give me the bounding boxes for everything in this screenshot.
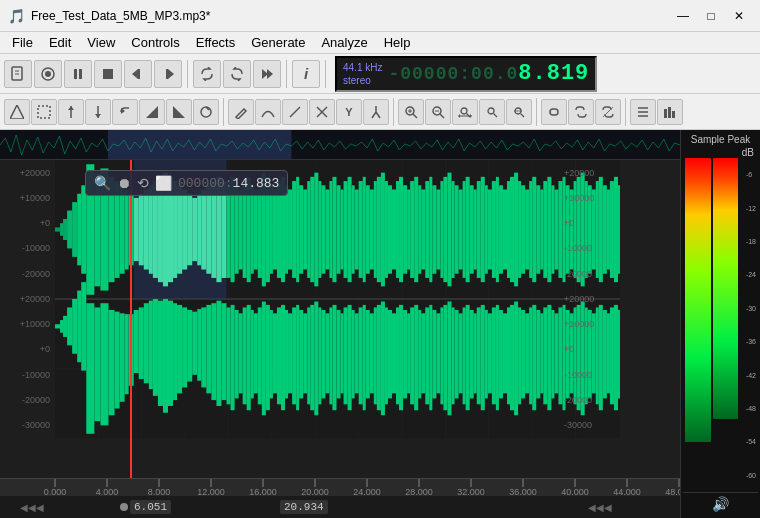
line-btn[interactable] — [282, 99, 308, 125]
svg-rect-267 — [307, 307, 310, 404]
svg-rect-302 — [436, 313, 440, 393]
svg-rect-211 — [618, 185, 620, 273]
volume-icon[interactable]: 🔊 — [712, 496, 729, 512]
forward-button[interactable] — [154, 60, 182, 88]
menu-item-controls[interactable]: Controls — [123, 33, 187, 52]
svg-rect-334 — [554, 313, 558, 393]
scroll-right-indicator: ◀◀◀ — [588, 502, 612, 513]
tooltip-zoom-icon[interactable]: 🔍 — [94, 175, 111, 191]
svg-rect-199 — [574, 181, 577, 278]
svg-rect-282 — [363, 305, 366, 410]
menu-item-file[interactable]: File — [4, 33, 41, 52]
pause-button[interactable] — [64, 60, 92, 88]
svg-rect-137 — [344, 181, 348, 278]
playhead-tooltip[interactable]: 🔍 ⏺ ⟲ ⬜ 000000:14.883 — [85, 170, 288, 196]
menu-item-view[interactable]: View — [79, 33, 123, 52]
svg-rect-132 — [325, 189, 329, 269]
svg-rect-227 — [134, 310, 139, 373]
svg-line-25 — [290, 107, 300, 117]
close-btn[interactable]: ✕ — [726, 6, 752, 26]
sep-tools4 — [625, 98, 626, 126]
svg-rect-191 — [543, 181, 547, 278]
selection-labels: ◀◀◀ 6.051 20.934 ◀◀◀ — [0, 496, 680, 518]
svg-rect-259 — [277, 307, 281, 404]
svg-rect-251 — [247, 305, 251, 410]
fade-in-btn[interactable] — [139, 99, 165, 125]
loop3-btn[interactable] — [193, 99, 219, 125]
curve-btn[interactable] — [255, 99, 281, 125]
zoom-in-btn[interactable] — [398, 99, 424, 125]
svg-rect-323 — [514, 302, 518, 416]
pencil-btn[interactable] — [228, 99, 254, 125]
svg-rect-346 — [599, 305, 603, 410]
svg-rect-157 — [418, 185, 421, 273]
svg-rect-118 — [273, 189, 277, 269]
skip-button[interactable] — [253, 60, 281, 88]
chain-link1-btn[interactable] — [541, 99, 567, 125]
tooltip-mark-icon[interactable]: ⬜ — [155, 175, 172, 191]
menu-item-edit[interactable]: Edit — [41, 33, 79, 52]
svg-rect-229 — [144, 303, 149, 383]
svg-rect-179 — [499, 185, 503, 273]
new-button[interactable] — [4, 60, 32, 88]
select-tool-btn[interactable] — [31, 99, 57, 125]
fork-btn[interactable] — [363, 99, 389, 125]
y-cut-btn[interactable]: Y — [336, 99, 362, 125]
minimize-btn[interactable]: — — [670, 6, 696, 26]
tooltip-loop-icon[interactable]: ⟲ — [137, 175, 149, 191]
svg-rect-343 — [588, 310, 592, 398]
svg-rect-214 — [63, 316, 67, 337]
rewind-button[interactable] — [124, 60, 152, 88]
loop-button[interactable] — [193, 60, 221, 88]
svg-rect-233 — [163, 299, 168, 413]
loop2-button[interactable] — [223, 60, 251, 88]
svg-rect-87 — [134, 198, 139, 261]
record-button[interactable] — [34, 60, 62, 88]
zoom-sel-btn[interactable] — [506, 99, 532, 125]
mini-overview[interactable] — [0, 130, 680, 160]
zoom-vert-btn[interactable] — [479, 99, 505, 125]
track-area[interactable]: +20000 +10000 +0 -10000 -20000 +20000 +1… — [0, 130, 680, 518]
vu-meter-title: Sample Peak — [691, 134, 750, 145]
sel-start-dot — [120, 503, 128, 511]
svg-rect-170 — [466, 177, 470, 282]
unlink-btn[interactable] — [595, 99, 621, 125]
envelope-up-btn[interactable] — [58, 99, 84, 125]
waveform-area[interactable]: +20000 +10000 +0 -10000 -20000 +20000 +1… — [0, 160, 680, 478]
list-view-btn[interactable] — [630, 99, 656, 125]
info-button[interactable]: i — [292, 60, 320, 88]
chain-link2-btn[interactable] — [568, 99, 594, 125]
svg-rect-340 — [577, 305, 581, 410]
svg-rect-193 — [551, 185, 554, 273]
svg-rect-333 — [551, 310, 554, 398]
zoom-out-btn[interactable] — [425, 99, 451, 125]
svg-rect-73 — [63, 219, 67, 240]
menu-item-help[interactable]: Help — [376, 33, 419, 52]
undo-btn[interactable] — [112, 99, 138, 125]
menu-item-effects[interactable]: Effects — [188, 33, 244, 52]
maximize-btn[interactable]: □ — [698, 6, 724, 26]
svg-rect-292 — [399, 305, 403, 410]
stop-button[interactable] — [94, 60, 122, 88]
svg-rect-151 — [396, 181, 399, 278]
svg-rect-186 — [525, 189, 529, 269]
svg-rect-344 — [592, 313, 596, 393]
menu-item-analyze[interactable]: Analyze — [313, 33, 375, 52]
svg-rect-286 — [377, 305, 381, 410]
menu-item-generate[interactable]: Generate — [243, 33, 313, 52]
db-label-48: -48 — [746, 405, 756, 412]
svg-rect-139 — [352, 185, 355, 273]
envelope-down-btn[interactable] — [85, 99, 111, 125]
app-icon: 🎵 — [8, 8, 25, 24]
zoom-horiz-btn[interactable] — [452, 99, 478, 125]
svg-rect-83 — [120, 185, 125, 273]
y-label-10000-top: +10000 — [2, 193, 52, 203]
svg-rect-222 — [108, 310, 114, 415]
bars-view-btn[interactable] — [657, 99, 683, 125]
x-cut-btn[interactable] — [309, 99, 335, 125]
trim-tool-btn[interactable] — [4, 99, 30, 125]
svg-rect-342 — [585, 307, 588, 404]
fade-out-btn[interactable] — [166, 99, 192, 125]
tooltip-play-icon[interactable]: ⏺ — [117, 175, 131, 191]
svg-rect-134 — [332, 177, 336, 282]
